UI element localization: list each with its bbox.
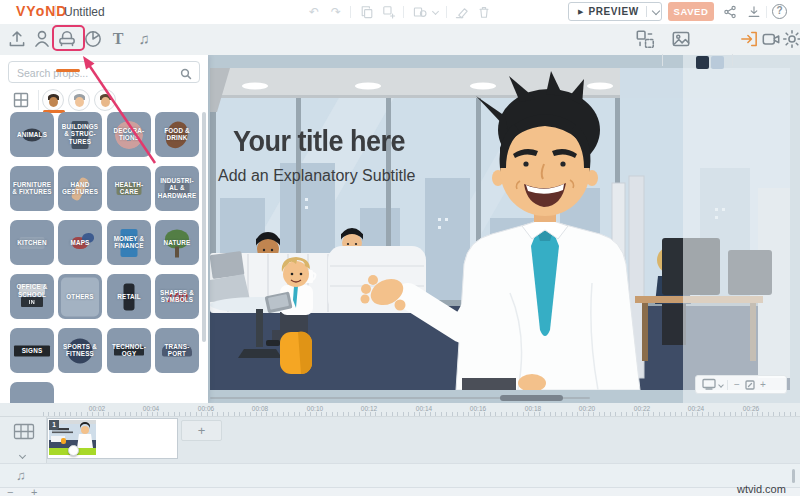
top-bar: VYoND Untitled ↶ ↷ ▶ PREVIEW SAVED ? [0,0,800,24]
background-color-dark-swatch[interactable] [696,56,709,69]
timeline-zoom-out-icon[interactable]: − [7,486,13,496]
ruler-label: 00:04 [143,405,159,412]
scene-track[interactable]: 1 + [47,417,800,463]
avatar-face [75,97,84,107]
category-tile-maps[interactable]: MAPS [58,220,102,265]
eraser-icon[interactable] [454,4,470,20]
enter-exit-icon[interactable] [738,28,762,52]
search-box [8,61,200,83]
category-tile-buildings[interactable]: BUILDINGS & STRUC-TURES [58,112,102,157]
category-tile-hand-gestures[interactable]: HAND GESTURES [58,166,102,211]
category-tile-industrial[interactable]: INDUSTRI-AL & HARDWARE [155,166,199,211]
chart-tool-icon[interactable] [82,28,106,52]
category-tile-signs[interactable]: SIGNS [10,328,54,373]
share-icon[interactable] [722,4,738,20]
preview-button[interactable]: ▶ PREVIEW [568,2,662,21]
saved-button[interactable]: SAVED [668,2,714,21]
timeline-vertical-scrollbar[interactable] [792,469,795,483]
category-tile-transport[interactable]: TRANS-PORT [155,328,199,373]
category-tile-retail[interactable]: RETAIL [107,274,151,319]
delete-icon[interactable] [476,4,492,20]
divider [350,6,351,18]
download-icon[interactable] [746,4,762,20]
divider [55,5,56,19]
props-panel: ANIMALS BUILDINGS & STRUC-TURES DECORA-T… [0,55,208,403]
category-tile-money[interactable]: MONEY & FINANCE [107,220,151,265]
stage-canvas[interactable]: Your title here Add an Explanatory Subti… [208,55,800,403]
timeline-footer: − + wtvid.com [0,487,800,496]
ruler-label: 00:22 [634,405,650,412]
scene-subtitle-text[interactable]: Add an Explanatory Subtitle [218,167,415,185]
play-icon: ▶ [578,8,583,16]
mask-icon[interactable] [412,4,428,20]
zoom-in-icon[interactable]: + [758,376,768,393]
search-icon[interactable] [180,66,192,78]
category-tile-office[interactable]: INOFFICE & SCHOOL [10,274,54,319]
active-tool-indicator [56,69,80,72]
zoom-preset-chevron-icon[interactable] [718,382,724,388]
scenes-track-icon[interactable] [13,423,35,440]
canvas-horizontal-scrollbar-handle[interactable] [500,395,563,401]
divider [662,54,663,66]
document-title[interactable]: Untitled [64,5,105,19]
panel-scrollbar[interactable] [202,112,206,342]
offstage-fade-overlay [683,55,800,403]
character-tool-icon[interactable] [31,28,55,52]
ruler-label: 00:26 [743,405,759,412]
zoom-out-icon[interactable]: − [732,376,742,393]
paste-style-icon[interactable] [381,4,397,20]
divider [646,6,647,17]
category-tile-nature[interactable]: NATURE [155,220,199,265]
props-tool-icon[interactable] [56,28,80,52]
category-tile-kitchen[interactable]: KITCHEN [10,220,54,265]
fit-screen-icon[interactable] [702,376,716,394]
search-input[interactable] [17,66,177,79]
timeline-zoom-in-icon[interactable]: + [31,486,37,496]
category-tile-healthcare[interactable]: HEALTH-CARE [107,166,151,211]
redo-icon[interactable]: ↷ [328,4,344,20]
category-tile-furniture[interactable]: FURNITURE & FIXTURES [10,166,54,211]
copy-icon[interactable] [359,4,375,20]
category-tile-animals[interactable]: ANIMALS [10,112,54,157]
settings-gear-icon[interactable] [781,28,800,52]
ruler-label: 00:20 [579,405,595,412]
help-icon[interactable]: ? [772,4,787,19]
character-style-tab-2[interactable] [68,89,90,111]
background-image-icon[interactable] [670,28,694,52]
preview-chevron-icon[interactable] [651,6,659,14]
audio-tool-icon[interactable]: ♫ [132,28,156,52]
add-scene-button[interactable]: + [181,420,222,441]
undo-icon[interactable]: ↶ [306,4,322,20]
scenes-track-chevron-icon[interactable] [20,444,25,462]
vyond-logo: VYoND [16,3,67,19]
background-color-light-swatch[interactable] [711,56,724,69]
scene-duration-handle[interactable] [68,445,79,456]
swap-icon[interactable] [634,28,658,52]
zoom-fit-icon[interactable] [745,376,755,394]
scene-title-text[interactable]: Your title here [233,125,405,158]
watermark: wtvid.com [737,483,786,495]
audio-track[interactable]: ♫ [0,463,800,487]
all-props-grid-icon[interactable] [12,91,30,109]
category-tile-others[interactable]: OTHERS [58,274,102,319]
ruler-ticks [43,412,800,416]
divider [727,380,728,390]
category-tile-technology[interactable]: TECHNOL-OGY [107,328,151,373]
category-tile-shapes[interactable]: 100SHAPES & SYMBOLS [155,274,199,319]
character-style-tab-1[interactable] [42,89,64,111]
category-tile-decorations[interactable]: DECORA-TIONS [107,112,151,157]
timeline-ruler[interactable]: 00:02 00:04 00:06 00:08 00:10 00:12 00:1… [0,403,800,417]
upload-tool-icon[interactable] [6,28,30,52]
divider [38,90,39,110]
ruler-label: 00:12 [361,405,377,412]
scene-number-badge: 1 [49,420,59,430]
category-tile-food[interactable]: FOOD & DRINK [155,112,199,157]
mask-chevron-icon[interactable] [428,4,444,20]
ruler-label: 00:16 [470,405,486,412]
scene-clip-1[interactable]: 1 [47,418,178,459]
character-style-tab-3[interactable] [94,89,116,111]
category-tile-sports[interactable]: SPORTS & FITNESS [58,328,102,373]
category-tile-travel[interactable]: TRAVEL & [10,382,54,403]
tools-bar: T ♫ [0,24,800,55]
text-tool-icon[interactable]: T [106,28,130,52]
